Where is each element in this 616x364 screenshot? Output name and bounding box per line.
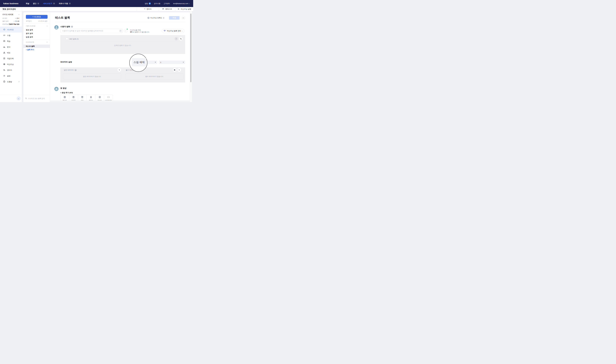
collapse-all-button[interactable]: 모두접기 [26, 20, 32, 22]
sidebar-item-scenario[interactable]: 시나리오 [0, 27, 22, 33]
add-block-button[interactable]: + 블록 추가 [26, 49, 34, 51]
bot-test-button[interactable]: 봇테스트 [159, 7, 175, 11]
scenario-sidebar: + 시나리오 모두접기 시나리오 설정 기본 시나리오 웰컴 블록 폴백 블록 … [23, 12, 50, 102]
top-navbar: kakao business 채널 광고 서비스/도구 파트너 지원 알림N 공… [0, 0, 193, 7]
general-params-label: 일반 파라미터 [64, 69, 74, 71]
help-icon [3, 80, 5, 83]
sidebar-item-machine-learning[interactable]: 머신러닝 [0, 62, 22, 67]
group-header-default-scenario[interactable]: 기본 시나리오 [23, 25, 50, 27]
help-tooltip-icon[interactable]: ? [147, 17, 149, 19]
more-menu-button[interactable]: ••• [182, 16, 185, 20]
toolbar: 챗봇 관리자센터 ” 엔티티 봇테스트 머신러닝 실행 [0, 7, 193, 11]
nav-item-ads[interactable]: 광고 [33, 2, 39, 5]
gear-icon [3, 75, 5, 77]
save-button[interactable]: 저장 [169, 16, 179, 20]
collapse-sidebar-button[interactable]: ← [17, 96, 21, 101]
commerce-type-icon [90, 96, 92, 99]
svg-text:A: A [64, 96, 65, 98]
nav-item-channel[interactable]: 채널 [26, 2, 29, 5]
status-row: 월렛 상태 미사용 [2, 20, 19, 22]
run-ml-button[interactable]: 머신러닝 실행 [175, 7, 193, 11]
support-link[interactable]: 고객센터 [164, 2, 170, 5]
new-badge: N [149, 2, 151, 5]
sidebar-item-help[interactable]: 도움말 [0, 79, 22, 85]
block-item-test-selected[interactable]: 테스트 블록 [23, 45, 50, 48]
manage-ml-utterances-button[interactable]: 머신러닝 발화 관리 › [162, 29, 184, 33]
params-heading: 파라미터 설정 [60, 61, 72, 63]
add-general-param-button[interactable]: + [118, 68, 121, 72]
add-response-label: + 응답 추가 (0/3) [60, 92, 73, 94]
ml-utterance-info: 머신러닝을 위해 19개의 발화가 더 필요합니다. [130, 29, 149, 33]
sidebar-item-skill[interactable]: 스킬 [0, 33, 22, 38]
notifications-link[interactable]: 알림N [145, 2, 151, 5]
chevron-down-icon [69, 2, 71, 5]
folder-icon-button[interactable] [173, 68, 176, 72]
dropdown-caret-icon [155, 62, 156, 63]
delete-button[interactable] [174, 37, 178, 40]
required-params-empty: 필수 파라미터가 없습니다. [125, 74, 184, 79]
chevron-down-icon [47, 41, 48, 42]
image-type-icon [72, 96, 75, 99]
ml-accuracy-label: 머신러닝 정확도 [150, 17, 162, 19]
code-icon [3, 34, 5, 37]
pattern-label: 패턴 발화 (0) [69, 38, 79, 40]
magnifier-annotation: 스킬 예제 [129, 54, 147, 72]
horizontal-scroll-track[interactable] [50, 101, 190, 102]
chevron-down-icon [37, 2, 39, 5]
pattern-select-checkbox[interactable] [66, 38, 68, 40]
entity-button[interactable]: ” 엔티티 [137, 7, 159, 11]
sidebar-item-deploy[interactable]: 배포 [0, 50, 22, 56]
ml-accuracy-toggle[interactable] [163, 17, 164, 19]
skill-example-chip: 스킬 예제 [132, 58, 146, 66]
sidebar-item-settings[interactable]: 설정 [0, 73, 22, 79]
add-scenario-button[interactable]: + 시나리오 [26, 15, 48, 19]
parameters-panel: 일반 파라미터 ? + 필수 파라미터 + 일반 파라미터가 없습니다. 필수 … [60, 67, 185, 82]
sidebar-item-admin[interactable]: 관리자 [0, 67, 22, 73]
sidebar-item-work-history[interactable]: 작업이력 [0, 56, 22, 62]
left-sidebar: 카카오 예제봇 봇 상태 준비 월렛 상태 미사용 운영채널 연결된 채널 없음… [0, 11, 22, 102]
history-icon [3, 57, 5, 60]
bot-selector[interactable]: 카카오 예제봇 [0, 11, 22, 17]
chevron-right-icon: › [182, 30, 183, 32]
scrollbar-thumb[interactable] [190, 13, 191, 82]
enter-icon[interactable]: ↵ [119, 29, 122, 32]
check-icon: ✓ [124, 29, 128, 33]
account-menu[interactable]: test@kakaocorp.com [173, 3, 190, 4]
admin-icon [3, 69, 5, 72]
notice-link[interactable]: 공지사항 [154, 2, 161, 5]
status-row: 봇 상태 준비 [2, 17, 19, 19]
card-type-icon [81, 96, 83, 99]
chart-icon [3, 46, 5, 48]
block-editor-panel: 테스트 블록 ? 머신러닝 정확도 저장 ••• 사용자 발화 ? ↵ ✓ 머신… [50, 12, 190, 102]
scenario-settings-button[interactable]: 시나리오 설정 [38, 20, 47, 22]
block-item-welcome[interactable]: 웰컴 블록 [23, 28, 50, 32]
utterance-input[interactable] [62, 30, 119, 32]
chevron-down-icon [53, 2, 55, 5]
search-utterance-button[interactable] [179, 37, 183, 40]
bot-avatar [54, 87, 58, 91]
sidebar-footer: ← [0, 95, 22, 102]
pattern-empty-message: 입력된 발화가 없습니다. [60, 44, 185, 47]
sidebar-item-analytics[interactable]: 분석 [0, 44, 22, 50]
app-title: 챗봇 관리자센터 [0, 7, 22, 11]
scenario-search-input[interactable] [28, 98, 48, 99]
group-header-scenario-01[interactable]: 시나리오 01 [23, 41, 50, 43]
help-tooltip-icon[interactable]: ? [75, 69, 77, 71]
bot-status-panel: 봇 상태 준비 월렛 상태 미사용 운영채널 연결된 채널 없음 [0, 17, 22, 25]
skill-data-type-icon [107, 96, 110, 99]
page-title: 테스트 블록 [55, 16, 70, 20]
add-required-param-button[interactable]: + [177, 68, 181, 72]
skill-count-value: 1 [160, 62, 183, 63]
block-item-fallback[interactable]: 폴백 블록 [23, 32, 50, 35]
page-background [23, 11, 192, 12]
help-tooltip-icon[interactable]: ? [71, 26, 73, 27]
skill-count-dropdown[interactable]: 1 [159, 61, 185, 64]
quote-icon: ” [144, 9, 146, 10]
sidebar-item-learning[interactable]: 학습 [0, 38, 22, 44]
nav-item-services-tools[interactable]: 서비스/도구 [43, 2, 55, 5]
scenario-search [23, 95, 50, 102]
block-item-escape[interactable]: 탈출 블록 [23, 35, 50, 39]
utterance-validation: ✓ [124, 29, 128, 33]
nav-item-partner-support[interactable]: 파트너 지원 [59, 2, 71, 5]
dropdown-caret-icon [183, 62, 184, 63]
